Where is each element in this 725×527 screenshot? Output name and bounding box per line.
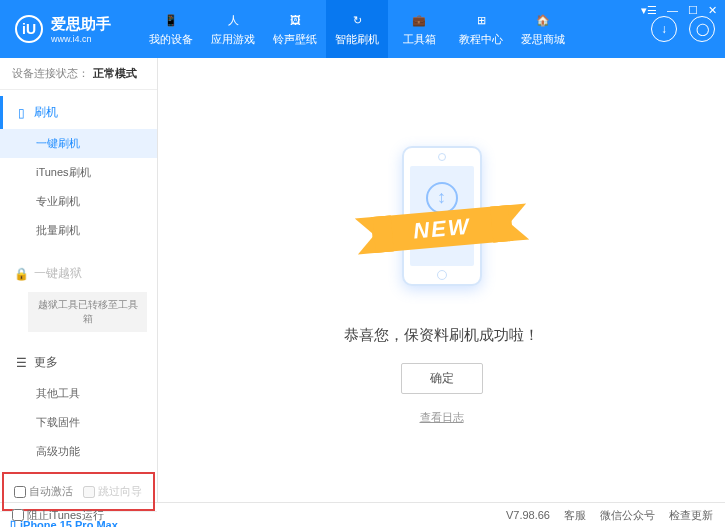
phone-small-icon: ▯ — [14, 106, 28, 120]
nav-store[interactable]: 🏠爱思商城 — [512, 0, 574, 58]
sidebar: 设备连接状态：正常模式 ▯ 刷机 一键刷机 iTunes刷机 专业刷机 批量刷机… — [0, 58, 158, 502]
sidebar-item-pro-flash[interactable]: 专业刷机 — [0, 187, 157, 216]
sidebar-section-flash[interactable]: ▯ 刷机 — [0, 96, 157, 129]
checkbox-block-itunes[interactable]: 阻止iTunes运行 — [12, 508, 104, 523]
user-icon[interactable]: ◯ — [689, 16, 715, 42]
app-header: ▾☰ — ☐ ✕ iU 爱思助手 www.i4.cn 📱我的设备 人应用游戏 🖼… — [0, 0, 725, 58]
checkbox-skip-guide[interactable]: 跳过向导 — [83, 484, 142, 499]
nav-ringtone-wallpaper[interactable]: 🖼铃声壁纸 — [264, 0, 326, 58]
checkbox-auto-activate[interactable]: 自动激活 — [14, 484, 73, 499]
connection-status: 设备连接状态：正常模式 — [0, 58, 157, 90]
jailbreak-note: 越狱工具已转移至工具箱 — [28, 292, 147, 332]
download-icon[interactable]: ↓ — [651, 16, 677, 42]
logo-title: 爱思助手 — [51, 15, 111, 34]
sidebar-item-batch-flash[interactable]: 批量刷机 — [0, 216, 157, 245]
ok-button[interactable]: 确定 — [401, 363, 483, 394]
version-label: V7.98.66 — [506, 509, 550, 521]
nav-toolbox[interactable]: 💼工具箱 — [388, 0, 450, 58]
app-icon: 人 — [223, 11, 243, 29]
phone-icon: 📱 — [161, 11, 181, 29]
sidebar-item-download-firmware[interactable]: 下载固件 — [0, 408, 157, 437]
sidebar-item-oneclick-flash[interactable]: 一键刷机 — [0, 129, 157, 158]
image-icon: 🖼 — [285, 11, 305, 29]
success-message: 恭喜您，保资料刷机成功啦！ — [344, 326, 539, 345]
arrow-up-icon: ↕ — [426, 182, 458, 214]
new-ribbon: NEW — [412, 213, 471, 244]
footer-link-wechat[interactable]: 微信公众号 — [600, 508, 655, 523]
lock-icon: 🔒 — [14, 267, 28, 281]
sidebar-section-more[interactable]: ☰ 更多 — [0, 346, 157, 379]
main-content: ↕ NEW 恭喜您，保资料刷机成功啦！ 确定 查看日志 — [158, 58, 725, 502]
main-nav: 📱我的设备 人应用游戏 🖼铃声壁纸 ↻智能刷机 💼工具箱 ⊞教程中心 🏠爱思商城 — [140, 0, 574, 58]
sidebar-item-other-tools[interactable]: 其他工具 — [0, 379, 157, 408]
store-icon: 🏠 — [533, 11, 553, 29]
nav-apps-games[interactable]: 人应用游戏 — [202, 0, 264, 58]
logo-icon: iU — [15, 15, 43, 43]
activation-options: 自动激活 跳过向导 — [4, 474, 153, 509]
nav-smart-flash[interactable]: ↻智能刷机 — [326, 0, 388, 58]
book-icon: ⊞ — [471, 11, 491, 29]
footer-link-update[interactable]: 检查更新 — [669, 508, 713, 523]
sidebar-item-advanced[interactable]: 高级功能 — [0, 437, 157, 466]
footer-link-support[interactable]: 客服 — [564, 508, 586, 523]
toolbox-icon: 💼 — [409, 11, 429, 29]
sidebar-section-jailbreak: 🔒 一键越狱 — [0, 257, 157, 290]
logo: iU 爱思助手 www.i4.cn — [0, 15, 140, 44]
menu-lines-icon: ☰ — [14, 356, 28, 370]
nav-tutorials[interactable]: ⊞教程中心 — [450, 0, 512, 58]
view-log-link[interactable]: 查看日志 — [420, 410, 464, 425]
success-illustration: ↕ NEW — [342, 136, 542, 306]
nav-my-device[interactable]: 📱我的设备 — [140, 0, 202, 58]
sidebar-item-itunes-flash[interactable]: iTunes刷机 — [0, 158, 157, 187]
flash-icon: ↻ — [347, 11, 367, 29]
logo-subtitle: www.i4.cn — [51, 34, 111, 44]
